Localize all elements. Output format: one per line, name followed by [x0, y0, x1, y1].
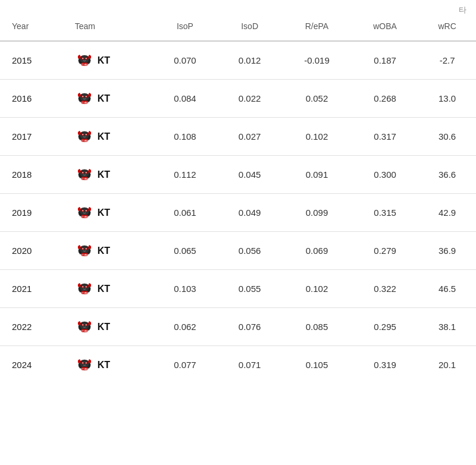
svg-point-41 [80, 246, 89, 254]
isop-cell: 0.103 [153, 270, 218, 308]
table-row: 2016 KT WIZ KT [0, 80, 476, 118]
wrc-cell: 20.1 [418, 346, 476, 384]
team-cell: KT WIZ KT [67, 118, 153, 156]
svg-text:KT WIZ: KT WIZ [80, 367, 89, 370]
team-cell: KT WIZ KT [67, 346, 153, 384]
isod-cell: 0.022 [217, 80, 282, 118]
year-cell: 2020 [0, 232, 67, 270]
svg-point-37 [86, 210, 87, 212]
team-logo-icon: KT WIZ [75, 278, 94, 299]
team-name: KT [98, 360, 110, 370]
woba-cell: 0.300 [352, 156, 418, 194]
wrc-cell: 38.1 [418, 308, 476, 346]
wrc-cell: 30.6 [418, 118, 476, 156]
isod-cell: 0.027 [217, 118, 282, 156]
top-right-label: 타 [459, 5, 466, 15]
woba-cell: 0.322 [352, 270, 418, 308]
table-row: 2021 KT WIZ KT [0, 270, 476, 308]
year-cell: 2016 [0, 80, 67, 118]
wrc-cell: 36.9 [418, 232, 476, 270]
svg-point-29 [86, 172, 87, 174]
svg-point-28 [82, 172, 83, 174]
team-name: KT [98, 322, 110, 332]
repa-cell: 0.069 [282, 232, 352, 270]
svg-point-5 [86, 58, 87, 59]
team-logo-icon: KT WIZ [75, 88, 94, 109]
woba-cell: 0.295 [352, 308, 418, 346]
team-cell: KT WIZ KT [67, 80, 153, 118]
isod-cell: 0.045 [217, 156, 282, 194]
isod-cell: 0.055 [217, 270, 282, 308]
svg-point-13 [86, 96, 87, 98]
year-cell: 2021 [0, 270, 67, 308]
wrc-cell: 42.9 [418, 194, 476, 232]
svg-text:KT WIZ: KT WIZ [80, 139, 89, 142]
svg-text:KT WIZ: KT WIZ [80, 101, 89, 104]
team-logo-icon: KT WIZ [75, 316, 94, 337]
team-logo-icon: KT WIZ [75, 354, 94, 375]
repa-cell: 0.102 [282, 270, 352, 308]
year-cell: 2024 [0, 346, 67, 384]
isop-cell: 0.061 [153, 194, 218, 232]
isod-cell: 0.056 [217, 232, 282, 270]
svg-point-17 [80, 132, 89, 140]
woba-cell: 0.279 [352, 232, 418, 270]
woba-cell: 0.317 [352, 118, 418, 156]
isop-cell: 0.077 [153, 346, 218, 384]
svg-point-69 [86, 363, 87, 364]
team-name: KT [98, 93, 110, 104]
isop-cell: 0.070 [153, 41, 218, 80]
team-cell: KT WIZ KT [67, 270, 153, 308]
repa-cell: 0.102 [282, 118, 352, 156]
year-cell: 2015 [0, 41, 67, 80]
svg-point-65 [80, 360, 89, 368]
table-row: 2015 KT WIZ KT [0, 41, 476, 80]
team-name: KT [98, 55, 110, 66]
table-row: 2022 KT WIZ KT [0, 308, 476, 346]
isop-cell: 0.062 [153, 308, 218, 346]
team-cell: KT WIZ KT [67, 41, 153, 80]
repa-cell: -0.019 [282, 41, 352, 80]
stats-table-container: 타 Year Team IsoP IsoD R/ePA wOBA wRC 201… [0, 0, 476, 384]
team-name: KT [98, 208, 110, 218]
team-logo-icon: KT WIZ [75, 202, 94, 223]
table-row: 2017 KT WIZ KT [0, 118, 476, 156]
team-logo-icon: KT WIZ [75, 50, 94, 71]
table-row: 2019 KT WIZ KT [0, 194, 476, 232]
wrc-cell: -2.7 [418, 41, 476, 80]
svg-point-9 [80, 94, 89, 102]
repa-header: R/ePA [282, 15, 352, 41]
table-row: 2018 KT WIZ KT [0, 156, 476, 194]
svg-point-21 [86, 134, 87, 136]
svg-text:KT WIZ: KT WIZ [80, 329, 89, 332]
header-row: Year Team IsoP IsoD R/ePA wOBA wRC [0, 15, 476, 41]
team-name: KT [98, 169, 110, 180]
isod-cell: 0.071 [217, 346, 282, 384]
team-cell: KT WIZ KT [67, 194, 153, 232]
svg-point-1 [80, 56, 89, 64]
svg-point-57 [80, 322, 89, 330]
isop-cell: 0.108 [153, 118, 218, 156]
repa-cell: 0.099 [282, 194, 352, 232]
team-name: KT [98, 284, 110, 294]
svg-point-61 [86, 325, 87, 326]
woba-cell: 0.268 [352, 80, 418, 118]
year-header: Year [0, 15, 67, 41]
team-name: KT [98, 131, 110, 142]
team-logo-icon: KT WIZ [75, 126, 94, 147]
svg-point-25 [80, 170, 89, 178]
svg-point-36 [82, 210, 83, 212]
team-cell: KT WIZ KT [67, 308, 153, 346]
isop-cell: 0.084 [153, 80, 218, 118]
repa-cell: 0.105 [282, 346, 352, 384]
woba-cell: 0.187 [352, 41, 418, 80]
isop-cell: 0.065 [153, 232, 218, 270]
team-cell: KT WIZ KT [67, 232, 153, 270]
svg-point-20 [82, 134, 83, 136]
team-name: KT [98, 246, 110, 256]
svg-point-49 [80, 284, 89, 292]
isod-cell: 0.049 [217, 194, 282, 232]
wrc-header: wRC [418, 15, 476, 41]
wrc-cell: 13.0 [418, 80, 476, 118]
isod-cell: 0.076 [217, 308, 282, 346]
